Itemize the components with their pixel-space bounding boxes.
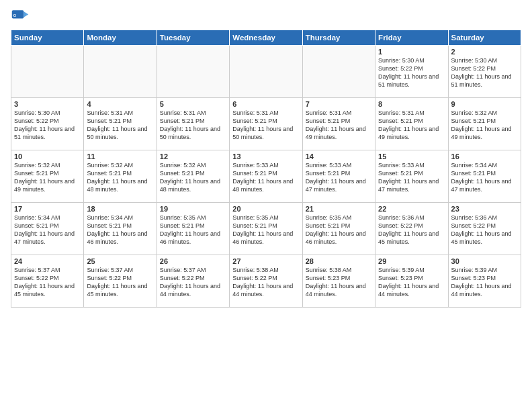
day-info: Sunrise: 5:30 AM Sunset: 5:22 PM Dayligh… bbox=[14, 109, 81, 142]
week-row-4: 17Sunrise: 5:34 AM Sunset: 5:21 PM Dayli… bbox=[11, 203, 521, 255]
day-number: 22 bbox=[378, 205, 445, 213]
week-row-2: 3Sunrise: 5:30 AM Sunset: 5:22 PM Daylig… bbox=[11, 98, 521, 150]
day-number: 20 bbox=[232, 205, 299, 213]
day-number: 26 bbox=[160, 257, 226, 265]
day-number: 21 bbox=[306, 205, 372, 213]
col-header-saturday: Saturday bbox=[448, 30, 521, 46]
logo-icon: G bbox=[11, 7, 30, 26]
day-number: 3 bbox=[14, 100, 81, 108]
day-cell: 30Sunrise: 5:39 AM Sunset: 5:23 PM Dayli… bbox=[448, 255, 521, 308]
day-info: Sunrise: 5:36 AM Sunset: 5:22 PM Dayligh… bbox=[378, 214, 445, 246]
day-number: 25 bbox=[87, 257, 153, 265]
day-info: Sunrise: 5:32 AM Sunset: 5:21 PM Dayligh… bbox=[451, 109, 518, 142]
header-row: G bbox=[11, 7, 521, 26]
svg-marker-1 bbox=[24, 11, 28, 17]
col-header-thursday: Thursday bbox=[302, 30, 375, 46]
calendar-header-row: SundayMondayTuesdayWednesdayThursdayFrid… bbox=[11, 30, 521, 46]
day-number: 5 bbox=[160, 100, 226, 108]
day-cell: 8Sunrise: 5:31 AM Sunset: 5:21 PM Daylig… bbox=[375, 98, 448, 150]
week-row-5: 24Sunrise: 5:37 AM Sunset: 5:22 PM Dayli… bbox=[11, 255, 521, 308]
day-number: 15 bbox=[378, 152, 445, 161]
day-info: Sunrise: 5:32 AM Sunset: 5:21 PM Dayligh… bbox=[87, 161, 153, 194]
day-cell: 28Sunrise: 5:38 AM Sunset: 5:23 PM Dayli… bbox=[302, 255, 375, 308]
col-header-monday: Monday bbox=[84, 30, 157, 46]
day-cell: 19Sunrise: 5:35 AM Sunset: 5:21 PM Dayli… bbox=[157, 203, 229, 255]
day-number: 13 bbox=[232, 152, 299, 161]
day-info: Sunrise: 5:39 AM Sunset: 5:23 PM Dayligh… bbox=[378, 266, 445, 299]
day-cell bbox=[11, 46, 84, 98]
day-number: 27 bbox=[232, 257, 299, 265]
day-cell: 12Sunrise: 5:32 AM Sunset: 5:21 PM Dayli… bbox=[157, 150, 229, 203]
day-info: Sunrise: 5:39 AM Sunset: 5:23 PM Dayligh… bbox=[451, 266, 518, 299]
day-info: Sunrise: 5:30 AM Sunset: 5:22 PM Dayligh… bbox=[451, 56, 518, 89]
week-row-3: 10Sunrise: 5:32 AM Sunset: 5:21 PM Dayli… bbox=[11, 150, 521, 203]
day-number: 23 bbox=[451, 205, 518, 213]
col-header-sunday: Sunday bbox=[11, 30, 84, 46]
svg-text:G: G bbox=[13, 13, 17, 17]
day-number: 19 bbox=[160, 205, 226, 213]
page: G SundayMondayTuesdayWednesdayThursdayFr… bbox=[0, 0, 532, 314]
day-info: Sunrise: 5:35 AM Sunset: 5:21 PM Dayligh… bbox=[306, 214, 372, 246]
col-header-friday: Friday bbox=[375, 30, 448, 46]
day-info: Sunrise: 5:32 AM Sunset: 5:21 PM Dayligh… bbox=[14, 161, 81, 194]
day-cell: 10Sunrise: 5:32 AM Sunset: 5:21 PM Dayli… bbox=[11, 150, 84, 203]
day-cell: 3Sunrise: 5:30 AM Sunset: 5:22 PM Daylig… bbox=[11, 98, 84, 150]
day-cell bbox=[302, 46, 375, 98]
day-cell: 18Sunrise: 5:34 AM Sunset: 5:21 PM Dayli… bbox=[84, 203, 157, 255]
day-number: 1 bbox=[378, 48, 445, 56]
day-number: 28 bbox=[306, 257, 372, 265]
day-cell: 7Sunrise: 5:31 AM Sunset: 5:21 PM Daylig… bbox=[302, 98, 375, 150]
day-cell bbox=[157, 46, 229, 98]
day-cell: 5Sunrise: 5:31 AM Sunset: 5:21 PM Daylig… bbox=[157, 98, 229, 150]
day-info: Sunrise: 5:33 AM Sunset: 5:21 PM Dayligh… bbox=[378, 161, 445, 194]
day-number: 24 bbox=[14, 257, 81, 265]
day-info: Sunrise: 5:37 AM Sunset: 5:22 PM Dayligh… bbox=[14, 266, 81, 299]
day-info: Sunrise: 5:31 AM Sunset: 5:21 PM Dayligh… bbox=[160, 109, 226, 142]
day-cell: 16Sunrise: 5:34 AM Sunset: 5:21 PM Dayli… bbox=[448, 150, 521, 203]
day-info: Sunrise: 5:32 AM Sunset: 5:21 PM Dayligh… bbox=[160, 161, 226, 194]
day-info: Sunrise: 5:31 AM Sunset: 5:21 PM Dayligh… bbox=[306, 109, 372, 142]
day-info: Sunrise: 5:33 AM Sunset: 5:21 PM Dayligh… bbox=[232, 161, 299, 194]
day-cell: 14Sunrise: 5:33 AM Sunset: 5:21 PM Dayli… bbox=[302, 150, 375, 203]
day-cell bbox=[230, 46, 302, 98]
col-header-tuesday: Tuesday bbox=[157, 30, 229, 46]
day-cell: 26Sunrise: 5:37 AM Sunset: 5:22 PM Dayli… bbox=[157, 255, 229, 308]
day-cell: 22Sunrise: 5:36 AM Sunset: 5:22 PM Dayli… bbox=[375, 203, 448, 255]
day-info: Sunrise: 5:36 AM Sunset: 5:22 PM Dayligh… bbox=[451, 214, 518, 246]
day-cell: 27Sunrise: 5:38 AM Sunset: 5:22 PM Dayli… bbox=[230, 255, 302, 308]
day-info: Sunrise: 5:33 AM Sunset: 5:21 PM Dayligh… bbox=[306, 161, 372, 194]
day-number: 6 bbox=[232, 100, 299, 108]
day-info: Sunrise: 5:38 AM Sunset: 5:23 PM Dayligh… bbox=[306, 266, 372, 299]
day-number: 30 bbox=[451, 257, 518, 265]
day-cell: 4Sunrise: 5:31 AM Sunset: 5:21 PM Daylig… bbox=[84, 98, 157, 150]
day-cell: 2Sunrise: 5:30 AM Sunset: 5:22 PM Daylig… bbox=[448, 46, 521, 98]
logo: G bbox=[11, 7, 32, 26]
day-cell: 11Sunrise: 5:32 AM Sunset: 5:21 PM Dayli… bbox=[84, 150, 157, 203]
day-cell: 21Sunrise: 5:35 AM Sunset: 5:21 PM Dayli… bbox=[302, 203, 375, 255]
day-number: 29 bbox=[378, 257, 445, 265]
day-info: Sunrise: 5:35 AM Sunset: 5:21 PM Dayligh… bbox=[232, 214, 299, 246]
day-number: 9 bbox=[451, 100, 518, 108]
calendar-table: SundayMondayTuesdayWednesdayThursdayFrid… bbox=[11, 30, 521, 308]
day-info: Sunrise: 5:30 AM Sunset: 5:22 PM Dayligh… bbox=[378, 56, 445, 89]
day-info: Sunrise: 5:37 AM Sunset: 5:22 PM Dayligh… bbox=[87, 266, 153, 299]
day-cell: 24Sunrise: 5:37 AM Sunset: 5:22 PM Dayli… bbox=[11, 255, 84, 308]
day-cell: 25Sunrise: 5:37 AM Sunset: 5:22 PM Dayli… bbox=[84, 255, 157, 308]
day-number: 18 bbox=[87, 205, 153, 213]
day-info: Sunrise: 5:31 AM Sunset: 5:21 PM Dayligh… bbox=[87, 109, 153, 142]
day-number: 2 bbox=[451, 48, 518, 56]
day-cell bbox=[84, 46, 157, 98]
day-info: Sunrise: 5:31 AM Sunset: 5:21 PM Dayligh… bbox=[378, 109, 445, 142]
day-number: 17 bbox=[14, 205, 81, 213]
day-cell: 23Sunrise: 5:36 AM Sunset: 5:22 PM Dayli… bbox=[448, 203, 521, 255]
day-info: Sunrise: 5:34 AM Sunset: 5:21 PM Dayligh… bbox=[14, 214, 81, 246]
day-cell: 6Sunrise: 5:31 AM Sunset: 5:21 PM Daylig… bbox=[230, 98, 302, 150]
day-info: Sunrise: 5:31 AM Sunset: 5:21 PM Dayligh… bbox=[232, 109, 299, 142]
col-header-wednesday: Wednesday bbox=[230, 30, 302, 46]
day-info: Sunrise: 5:34 AM Sunset: 5:21 PM Dayligh… bbox=[87, 214, 153, 246]
day-cell: 9Sunrise: 5:32 AM Sunset: 5:21 PM Daylig… bbox=[448, 98, 521, 150]
day-info: Sunrise: 5:38 AM Sunset: 5:22 PM Dayligh… bbox=[232, 266, 299, 299]
day-number: 14 bbox=[306, 152, 372, 161]
day-cell: 20Sunrise: 5:35 AM Sunset: 5:21 PM Dayli… bbox=[230, 203, 302, 255]
day-cell: 1Sunrise: 5:30 AM Sunset: 5:22 PM Daylig… bbox=[375, 46, 448, 98]
